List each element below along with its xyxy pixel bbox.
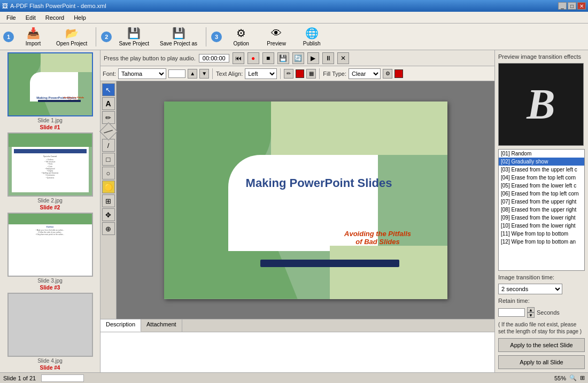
menu-file[interactable]: File <box>2 13 20 22</box>
close-button[interactable]: ✕ <box>577 2 586 10</box>
audio-pause-button[interactable]: ⏸ <box>322 52 334 64</box>
text-align-select[interactable]: Left <box>245 68 277 79</box>
ellipse-tool[interactable]: ○ <box>102 167 115 179</box>
tab-attachment[interactable]: Attachment <box>141 319 182 332</box>
effect-item-09[interactable]: [09] Erased from the lower right <box>499 214 584 222</box>
slide-thumbnail-4[interactable] <box>7 293 93 357</box>
transition-time-row: 2 seconds 1 second 3 seconds <box>498 284 585 294</box>
effect-item-12[interactable]: [12] Wipe from top to bottom an <box>499 238 584 246</box>
effect-item-10[interactable]: [10] Erased from the lower right <box>499 222 584 230</box>
audio-play-button[interactable]: ▶ <box>307 52 319 64</box>
text-color-swatch[interactable] <box>296 69 304 78</box>
effect-item-05[interactable]: [05] Erased from the lower left c <box>499 182 584 190</box>
retain-time-down-button[interactable]: ▼ <box>527 312 535 318</box>
slide-item-4[interactable]: Slide 4.jpg Slide #4 <box>2 293 98 371</box>
audio-record-button[interactable]: ● <box>247 52 259 64</box>
step-1-badge: 1 <box>3 32 14 42</box>
retain-time-input[interactable]: 3 <box>498 308 525 317</box>
effect-item-04[interactable]: [04] Erase from the top left corn <box>499 174 584 182</box>
transform-tool[interactable]: ⊕ <box>102 222 115 235</box>
font-label: Font: <box>103 71 116 77</box>
slide-item-1[interactable]: Making PowerPoint Slides Avoiding the Pi… <box>2 52 98 130</box>
slide-item-2[interactable]: Tips to be Covered • Outlines• Title str… <box>2 132 98 210</box>
slide-thumbnail-2[interactable]: Tips to be Covered • Outlines• Title str… <box>7 132 93 197</box>
audio-save-button[interactable]: 💾 <box>277 52 289 64</box>
open-project-button[interactable]: 📂 Open Project <box>52 25 91 48</box>
cursor-tool[interactable]: ↖ <box>102 83 115 96</box>
slide-bar-decoration <box>260 260 399 267</box>
slide-filename-1: Slide 1.jpg <box>2 118 98 123</box>
color-fill-tool[interactable]: 🟡 <box>102 181 115 193</box>
slide-panel[interactable]: Making PowerPoint Slides Avoiding the Pi… <box>0 50 100 372</box>
apply-select-slide-button[interactable]: Apply to the select Slide <box>498 338 585 352</box>
apply-all-slide-button[interactable]: Apply to all Slide <box>498 355 585 369</box>
desc-tab-bar: Description Attachment <box>100 319 494 332</box>
line-tool[interactable]: / <box>102 139 115 152</box>
select-tool[interactable]: ⊞ <box>102 194 115 207</box>
description-content[interactable] <box>100 332 494 372</box>
font-select[interactable]: Tahoma <box>118 68 166 79</box>
maximize-button[interactable]: □ <box>568 2 576 10</box>
slide-search-input[interactable] <box>41 374 84 382</box>
font-increase-button[interactable]: ▲ <box>188 69 197 79</box>
font-decrease-button[interactable]: ▼ <box>199 69 209 79</box>
slide-thumbnail-3[interactable]: Outline • Make your 1st or 2nd slide an … <box>7 213 93 277</box>
save-project-icon: 💾 <box>127 27 141 40</box>
effect-item-11[interactable]: [11] Wipe from top to bottom <box>499 230 584 238</box>
rect-tool[interactable]: □ <box>102 153 115 166</box>
save-project-button[interactable]: 💾 Save Project <box>115 25 153 48</box>
effect-item-08[interactable]: [08] Erased from the upper right <box>499 206 584 214</box>
fill-pattern-button[interactable]: ▦ <box>306 69 316 79</box>
audio-go-start-button[interactable]: ⏮ <box>233 52 244 64</box>
option-icon: ⚙ <box>236 27 246 40</box>
slide-label-4: Slide #4 <box>2 365 98 371</box>
pencil-color-button[interactable]: ✏ <box>284 69 293 79</box>
menu-help[interactable]: Help <box>69 13 90 22</box>
line-tool-diagonal[interactable]: ╱ <box>99 122 118 140</box>
effects-list[interactable]: [01] Random [02] Gradually show [03] Era… <box>498 149 585 271</box>
slide-shape-topright <box>271 101 447 155</box>
audio-timer: 00:00:00 <box>199 54 229 62</box>
slide-subtitle: Avoiding the Pitfallsof Bad Slides <box>324 230 431 246</box>
preview-button[interactable]: 👁 Preview <box>260 26 292 48</box>
open-project-label: Open Project <box>56 41 87 46</box>
audio-instruction: Press the play button to play audio. <box>104 55 196 61</box>
publish-button[interactable]: 🌐 Publish <box>296 25 328 48</box>
audio-close-button[interactable]: ✕ <box>337 52 349 64</box>
format-separator-1 <box>212 68 213 79</box>
fill-type-label: Fill Type: <box>323 71 346 77</box>
audio-stop-button[interactable]: ■ <box>262 52 274 64</box>
slide-canvas[interactable]: Making PowerPoint Slides Avoiding the Pi… <box>117 81 494 319</box>
effect-item-02[interactable]: [02] Gradually show <box>499 158 584 166</box>
resize-icon: ⊞ <box>580 374 585 381</box>
slide-thumbnail-1[interactable]: Making PowerPoint Slides Avoiding the Pi… <box>7 52 93 116</box>
save-project-as-label: Save Project as <box>160 41 197 46</box>
import-button[interactable]: 📥 Import <box>17 25 49 48</box>
text-tool[interactable]: A <box>102 97 115 110</box>
audio-refresh-button[interactable]: 🔄 <box>292 52 304 64</box>
right-panel: Preview image transition effects B [01] … <box>494 50 588 372</box>
retain-time-label: Retain time: <box>498 298 585 304</box>
option-button[interactable]: ⚙ Option <box>225 25 257 48</box>
save-project-as-button[interactable]: 💾 Save Project as <box>156 25 201 48</box>
slide-item-3[interactable]: Outline • Make your 1st or 2nd slide an … <box>2 213 98 291</box>
menu-record[interactable]: Record <box>41 13 68 22</box>
transition-time-select[interactable]: 2 seconds 1 second 3 seconds <box>498 284 562 294</box>
tab-description[interactable]: Description <box>100 319 141 332</box>
effect-item-01[interactable]: [01] Random <box>499 150 584 158</box>
effect-item-03[interactable]: [03] Erased from the upper left c <box>499 166 584 174</box>
retain-time-up-button[interactable]: ▲ <box>527 307 535 312</box>
minimize-button[interactable]: _ <box>558 2 567 10</box>
slide-info: Slide 1 of 21 <box>3 375 36 381</box>
transition-time-label: Image transition time: <box>498 274 585 280</box>
fill-color-swatch[interactable] <box>394 69 403 78</box>
effect-item-06[interactable]: [06] Erased from the top left corn <box>499 190 584 198</box>
preview-panel-label: Preview image transition effects <box>498 53 585 60</box>
effect-item-07[interactable]: [07] Erased from the upper right <box>499 198 584 206</box>
fill-type-select[interactable]: Clear <box>349 68 381 79</box>
menu-edit[interactable]: Edit <box>21 13 40 22</box>
move-tool[interactable]: ✥ <box>102 208 115 221</box>
description-area: Description Attachment <box>100 319 494 372</box>
fill-settings-button[interactable]: ⚙ <box>383 69 392 79</box>
font-size-input[interactable]: 21 <box>168 69 185 78</box>
